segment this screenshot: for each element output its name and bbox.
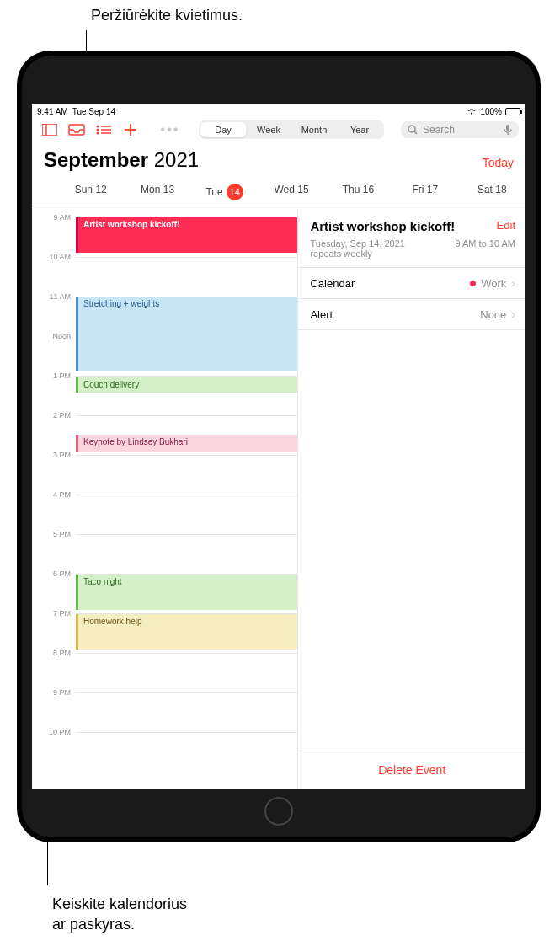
seg-month[interactable]: Month (291, 122, 337, 137)
event-title: Artist workshop kickoff! (310, 219, 455, 233)
calendar-event[interactable]: Stretching + weights (76, 297, 297, 371)
detail-row-label: Calendar (310, 277, 355, 290)
detail-row[interactable]: AlertNone› (298, 299, 525, 330)
svg-rect-0 (42, 124, 57, 136)
detail-row-value: None› (480, 307, 515, 321)
seg-day[interactable]: Day (200, 122, 246, 137)
day-tue[interactable]: Tue 14 (191, 184, 258, 200)
calendar-event[interactable]: Couch delivery (76, 377, 297, 393)
svg-point-11 (408, 126, 415, 132)
calendar-event[interactable]: Artist workshop kickoff! (76, 217, 297, 253)
hour-line: 4 PM (76, 495, 297, 495)
calendar-color-dot (470, 281, 476, 286)
svg-point-3 (97, 126, 99, 128)
hour-line: 2 PM (76, 415, 297, 416)
hour-label: 10 AM (35, 253, 71, 261)
status-time: 9:41 AM (37, 107, 68, 116)
month-header: September 2021 Today (32, 143, 525, 179)
delete-event-button[interactable]: Delete Event (298, 751, 525, 789)
status-date: Tue Sep 14 (72, 107, 115, 116)
hour-label: 4 PM (35, 490, 71, 499)
annotation-line (47, 842, 48, 885)
seg-year[interactable]: Year (337, 122, 382, 137)
svg-point-4 (97, 129, 99, 131)
home-button[interactable] (264, 797, 293, 826)
inbox-icon[interactable] (66, 120, 88, 139)
view-segment[interactable]: Day Week Month Year (199, 120, 384, 139)
battery-icon (505, 108, 520, 115)
hour-label: 3 PM (35, 451, 71, 459)
detail-row-value: Work› (470, 276, 515, 290)
add-event-button[interactable] (120, 120, 141, 139)
svg-rect-13 (506, 125, 509, 131)
hour-label: 6 PM (35, 569, 71, 578)
search-field[interactable]: Search (401, 121, 519, 138)
hour-label: 9 PM (35, 688, 71, 697)
timeline-panel[interactable]: 9 AM10 AM11 AMNoon1 PM2 PM3 PM4 PM5 PM6 … (32, 211, 298, 789)
hour-label: 10 PM (35, 728, 71, 736)
hour-label: 5 PM (35, 530, 71, 538)
chevron-right-icon: › (511, 307, 515, 321)
search-placeholder: Search (423, 124, 499, 136)
edit-button[interactable]: Edit (497, 219, 515, 232)
hour-line: 5 PM (76, 534, 297, 535)
hour-line: 1 PM (76, 376, 297, 377)
list-icon[interactable] (93, 120, 115, 139)
hour-label: 11 AM (35, 292, 71, 301)
dictation-icon[interactable] (504, 124, 512, 136)
hour-label: 1 PM (35, 372, 71, 380)
hour-label: 9 AM (35, 213, 71, 222)
detail-row-label: Alert (310, 308, 333, 321)
page-title: September 2021 (44, 148, 199, 172)
chevron-right-icon: › (511, 276, 515, 290)
week-row: Sun 12 Mon 13 Tue 14 Wed 15 Thu 16 Fri 1… (32, 179, 525, 206)
svg-point-5 (97, 132, 99, 135)
svg-line-12 (414, 131, 417, 134)
hour-line: 3 PM (76, 455, 297, 456)
day-wed[interactable]: Wed 15 (258, 184, 324, 200)
sidebar-toggle-button[interactable] (39, 120, 61, 139)
screen: 9:41 AM Tue Sep 14 100% (32, 104, 525, 789)
wifi-icon (467, 108, 477, 115)
seg-week[interactable]: Week (246, 122, 291, 137)
day-thu[interactable]: Thu 16 (325, 184, 392, 200)
hour-label: Noon (35, 332, 71, 340)
event-repeat: repeats weekly (310, 249, 405, 259)
hour-label: 2 PM (35, 411, 71, 420)
calendar-event[interactable]: Homework help (76, 614, 297, 650)
day-mon[interactable]: Mon 13 (124, 184, 190, 200)
annotation-bottom: Keiskite kalendoriusar paskyras. (52, 895, 187, 934)
calendar-event[interactable]: Taco night (76, 575, 297, 610)
status-bar: 9:41 AM Tue Sep 14 100% (32, 104, 525, 118)
hour-line: 8 PM (76, 653, 297, 654)
ipad-frame: 9:41 AM Tue Sep 14 100% (17, 51, 541, 842)
today-button[interactable]: Today (483, 156, 514, 169)
detail-row[interactable]: CalendarWork› (298, 268, 525, 299)
hour-label: 7 PM (35, 609, 71, 618)
day-sun[interactable]: Sun 12 (57, 184, 124, 200)
hour-line: 10 PM (76, 732, 297, 733)
event-time: 9 AM to 10 AM (455, 238, 515, 259)
battery-percent: 100% (480, 107, 502, 116)
event-detail-panel: Artist workshop kickoff! Edit Tuesday, S… (298, 211, 525, 789)
search-icon (408, 125, 418, 135)
day-fri[interactable]: Fri 17 (392, 184, 458, 200)
ipad-bezel: 9:41 AM Tue Sep 14 100% (22, 56, 536, 837)
toolbar-ellipsis[interactable]: ••• (147, 122, 194, 137)
hour-line: 9 PM (76, 692, 297, 693)
calendar-event[interactable]: Keynote by Lindsey Bukhari (76, 435, 297, 452)
hour-label: 8 PM (35, 649, 71, 657)
annotation-top: Peržiūrėkite kvietimus. (91, 7, 243, 24)
toolbar: ••• Day Week Month Year Search (32, 118, 525, 143)
hour-line: 10 AM (76, 257, 297, 258)
event-date: Tuesday, Sep 14, 2021 (310, 238, 405, 249)
day-sat[interactable]: Sat 18 (459, 184, 525, 200)
